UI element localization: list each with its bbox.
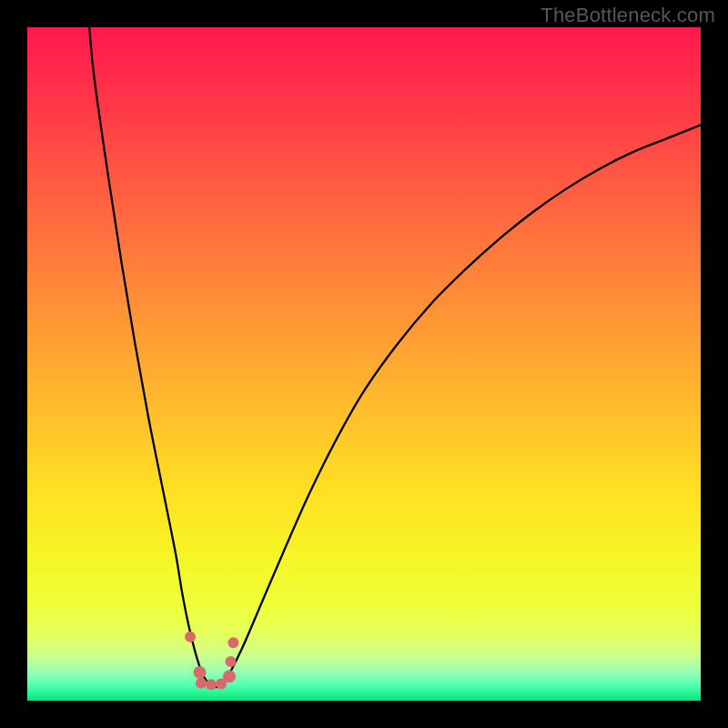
curve-layer [27,27,701,701]
data-marker [206,679,217,690]
data-marker [223,670,236,682]
data-marker [196,678,207,689]
plot-area [27,27,701,701]
minimum-markers [185,632,238,691]
watermark-text: TheBottleneck.com [541,4,715,27]
data-marker [225,656,236,667]
data-marker [228,637,238,648]
data-marker [193,666,206,679]
chart-frame: TheBottleneck.com [0,0,728,728]
data-marker [185,632,196,642]
bottleneck-curve [89,27,701,687]
